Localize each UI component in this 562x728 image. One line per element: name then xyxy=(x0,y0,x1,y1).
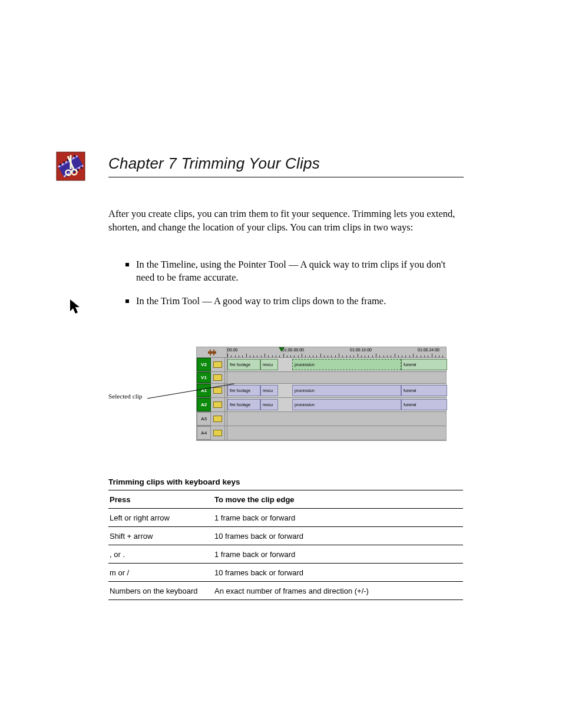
track-label: A1 xyxy=(197,384,211,397)
track-toggle xyxy=(211,358,225,371)
track-label: A4 xyxy=(197,426,211,440)
track-label: V1 xyxy=(197,372,211,383)
table-row: Left or right arrow 1 frame back or forw… xyxy=(108,509,463,527)
track-lane xyxy=(227,372,446,383)
playhead-icon xyxy=(279,347,285,352)
table-cell: Shift + arrow xyxy=(108,527,209,545)
clip: fire footage xyxy=(227,385,260,396)
clip: funeral xyxy=(401,359,447,370)
bullet-dot xyxy=(125,263,129,266)
bullet-dot xyxy=(125,299,129,303)
clip: funeral xyxy=(401,399,447,410)
track-row-v1: V1 xyxy=(197,372,446,384)
clip: rescu xyxy=(260,399,278,410)
table-cell: 1 frame back or forward xyxy=(209,545,463,564)
table-cell: Left or right arrow xyxy=(108,509,209,527)
clip: rescu xyxy=(260,359,278,370)
table-cell: 1 frame back or forward xyxy=(209,509,463,527)
shortcuts-table-wrap: Trimming clips with keyboard keys Press … xyxy=(108,477,463,600)
chapter-title: Chapter 7 Trimming Your Clips xyxy=(108,154,320,173)
track-row-a4: A4 xyxy=(197,426,446,440)
track-toggle xyxy=(211,398,225,411)
clip: procession xyxy=(292,385,401,396)
track-row-a3: A3 xyxy=(197,412,446,426)
track-lane: fire footage rescu procession funeral xyxy=(227,358,446,371)
list-item: In the Trim Tool — A good way to trim cl… xyxy=(125,295,464,308)
track-label: A2 xyxy=(197,398,211,411)
clip: procession xyxy=(292,399,401,410)
track-lane xyxy=(227,412,446,426)
table-row: Numbers on the keyboard An exact number … xyxy=(108,582,463,600)
list-item-text: In the Timeline, using the Pointer Tool … xyxy=(136,258,464,285)
table-cell: An exact number of frames and direction … xyxy=(209,582,463,600)
clip: rescu xyxy=(260,385,278,396)
shortcuts-table: Press To move the clip edge Left or righ… xyxy=(108,490,463,600)
ruler-label: 01:00.08:00 xyxy=(282,348,304,352)
track-lane: fire footage rescu procession funeral xyxy=(227,384,446,397)
callout-label: Selected clip xyxy=(108,393,142,400)
table-header: To move the clip edge xyxy=(209,490,463,509)
clip: funeral xyxy=(401,385,447,396)
track-toggle xyxy=(211,372,225,383)
ruler-label: 01:00.24:00 xyxy=(418,348,439,352)
track-toggle xyxy=(211,412,225,426)
track-row-a1: A1 fire footage rescu procession funeral xyxy=(197,384,446,398)
timeline-ruler: 00.00 01:00.08:00 01:00:16:00 01:00.24:0… xyxy=(227,347,446,357)
clip-selected: procession xyxy=(292,359,401,370)
timeline-scale-icon xyxy=(197,347,227,357)
table-title: Trimming clips with keyboard keys xyxy=(108,477,463,486)
table-header: Press xyxy=(108,490,209,509)
track-label: A3 xyxy=(197,412,211,426)
svg-rect-18 xyxy=(208,351,216,354)
timeline-ruler-row: 00.00 01:00.08:00 01:00:16:00 01:00.24:0… xyxy=(197,347,446,358)
track-label: V2 xyxy=(197,358,211,371)
clip: fire footage xyxy=(227,359,260,370)
svg-rect-20 xyxy=(213,350,214,355)
table-cell: m or / xyxy=(108,564,209,582)
list-item: In the Timeline, using the Pointer Tool … xyxy=(125,258,464,285)
chapter-rule xyxy=(108,177,464,177)
table-row: , or . 1 frame back or forward xyxy=(108,545,463,564)
track-lane: fire footage rescu procession funeral xyxy=(227,398,446,411)
bullet-list: In the Timeline, using the Pointer Tool … xyxy=(125,258,464,318)
table-row: m or / 10 frames back or forward xyxy=(108,564,463,582)
table-cell: 10 frames back or forward xyxy=(209,564,463,582)
timeline-screenshot: 00.00 01:00.08:00 01:00:16:00 01:00.24:0… xyxy=(196,347,447,441)
track-row-a2: A2 fire footage rescu procession funeral xyxy=(197,398,446,412)
track-lane xyxy=(227,426,446,440)
track-row-v2: V2 fire footage rescu procession funeral xyxy=(197,358,446,372)
scissors-film-icon xyxy=(56,151,85,181)
list-item-text: In the Trim Tool — A good way to trim cl… xyxy=(136,295,386,308)
table-row: Shift + arrow 10 frames back or forward xyxy=(108,527,463,545)
ruler-ticks xyxy=(227,353,446,357)
ruler-label: 01:00:16:00 xyxy=(350,348,372,352)
ruler-label: 00.00 xyxy=(227,348,238,352)
svg-rect-19 xyxy=(210,350,211,355)
clip: fire footage xyxy=(227,399,260,410)
table-cell: , or . xyxy=(108,545,209,564)
track-toggle xyxy=(211,384,225,397)
table-cell: Numbers on the keyboard xyxy=(108,582,209,600)
pointer-cursor-icon xyxy=(69,298,83,315)
track-toggle xyxy=(211,426,225,440)
intro-paragraph: After you create clips, you can trim the… xyxy=(108,207,463,235)
table-cell: 10 frames back or forward xyxy=(209,527,463,545)
